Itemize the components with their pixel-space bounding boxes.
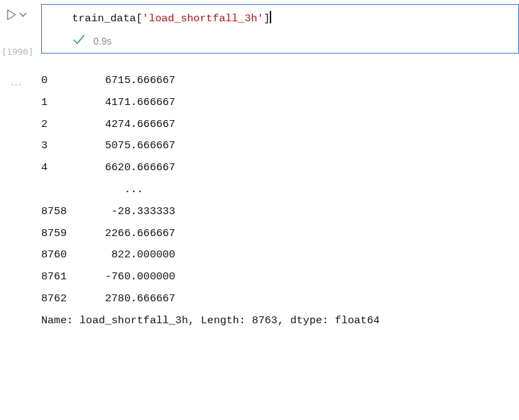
code-input[interactable]: train_data['load_shortfall_3h'] 0.9s: [41, 4, 519, 54]
cell-content: train_data['load_shortfall_3h'] 0.9s 0 6…: [41, 0, 519, 331]
code-token-string: 'load_shortfall_3h': [142, 12, 264, 25]
svg-marker-0: [8, 10, 16, 20]
code-token-bracket: [: [136, 12, 142, 25]
cell-output: 0 6715.666667 1 4171.666667 2 4274.66666…: [41, 54, 519, 331]
run-controls: [0, 10, 41, 20]
more-actions-icon[interactable]: ···: [0, 79, 41, 89]
chevron-down-icon[interactable]: [19, 10, 27, 19]
cell-gutter: [1990] ···: [0, 0, 41, 89]
checkmark-icon: [72, 33, 85, 49]
execution-count: [1990]: [0, 47, 41, 57]
code-token-bracket: ]: [264, 12, 270, 25]
execution-status: 0.9s: [72, 25, 509, 49]
execution-time: 0.9s: [93, 36, 111, 47]
run-cell-icon[interactable]: [6, 10, 16, 20]
code-token-name: train_data: [72, 12, 136, 25]
text-cursor: [270, 11, 270, 23]
notebook-cell: [1990] ··· train_data['load_shortfall_3h…: [0, 0, 519, 331]
code-line: train_data['load_shortfall_3h']: [72, 11, 509, 25]
